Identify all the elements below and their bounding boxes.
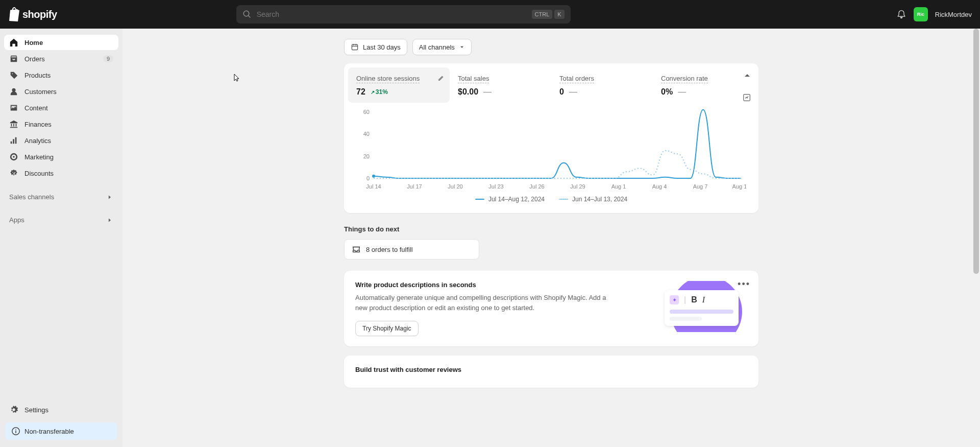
magic-illustration: ✦ | B I — [660, 281, 747, 332]
search-shortcut: CTRL K — [532, 10, 565, 19]
home-icon — [9, 38, 18, 47]
inbox-icon — [352, 245, 361, 254]
global-search[interactable]: CTRL K — [236, 5, 571, 23]
tag-icon — [9, 70, 18, 80]
shopify-magic-card: ••• Write product descriptions in second… — [344, 271, 758, 346]
shopify-bag-icon — [8, 7, 20, 21]
nav-analytics[interactable]: Analytics — [4, 133, 118, 148]
magic-description: Automatically generate unique and compel… — [355, 293, 616, 313]
nav-content[interactable]: Content — [4, 100, 118, 115]
chevron-right-icon — [106, 217, 113, 224]
search-input[interactable] — [257, 10, 527, 18]
task-fulfill-orders[interactable]: 8 orders to fulfill — [344, 239, 479, 260]
nav-products[interactable]: Products — [4, 67, 118, 83]
nav-settings[interactable]: Settings — [4, 402, 118, 417]
svg-text:Jul 26: Jul 26 — [529, 183, 544, 190]
image-icon — [9, 103, 18, 112]
nav-finances[interactable]: Finances — [4, 116, 118, 132]
main-content: Last 30 days All channels Online store s… — [122, 29, 980, 447]
chart-icon — [9, 136, 18, 145]
svg-text:20: 20 — [363, 153, 370, 159]
calendar-icon — [351, 43, 359, 51]
svg-text:60: 60 — [363, 109, 370, 115]
person-icon — [9, 87, 18, 96]
scrollbar[interactable] — [973, 29, 979, 447]
svg-text:0: 0 — [366, 175, 370, 181]
svg-text:40: 40 — [363, 131, 370, 137]
user-avatar[interactable]: Ric — [914, 7, 928, 21]
svg-text:Jul 23: Jul 23 — [488, 183, 503, 190]
search-icon — [242, 10, 252, 19]
non-transferable-badge[interactable]: Non-transferable — [5, 422, 117, 440]
date-range-filter[interactable]: Last 30 days — [344, 39, 407, 55]
svg-text:Aug 4: Aug 4 — [652, 183, 667, 190]
nav-home[interactable]: Home — [4, 35, 118, 50]
nav-customers[interactable]: Customers — [4, 84, 118, 99]
svg-text:Jul 29: Jul 29 — [570, 183, 585, 190]
notifications-icon[interactable] — [896, 9, 906, 19]
svg-rect-1 — [352, 44, 357, 50]
sidebar: Home Orders 9 Products Customers Content… — [0, 29, 122, 447]
nav-marketing[interactable]: Marketing — [4, 149, 118, 164]
bank-icon — [9, 120, 18, 129]
username[interactable]: RickMortdev — [935, 11, 972, 18]
metrics-card: Online store sessions 72 ↗31% Total sale… — [344, 63, 758, 213]
trust-title: Build trust with customer reviews — [355, 366, 747, 373]
scrollbar-thumb[interactable] — [973, 29, 979, 274]
metric-conversion-rate[interactable]: Conversion rate 0% — — [653, 67, 754, 103]
chevron-down-icon — [459, 44, 465, 50]
svg-text:Jul 14: Jul 14 — [366, 183, 381, 190]
metric-total-sales[interactable]: Total sales $0.00 — — [450, 67, 551, 103]
svg-text:Jul 17: Jul 17 — [407, 183, 422, 190]
svg-text:Aug 1: Aug 1 — [611, 183, 626, 190]
svg-text:Aug 10: Aug 10 — [732, 183, 746, 190]
discount-icon — [9, 169, 18, 178]
pencil-icon[interactable] — [436, 75, 445, 83]
chevron-right-icon — [106, 194, 113, 201]
sessions-chart: 0204060Jul 14Jul 17Jul 20Jul 23Jul 26Jul… — [356, 107, 746, 194]
sales-channels-header[interactable]: Sales channels — [4, 189, 118, 205]
channels-filter[interactable]: All channels — [412, 39, 472, 55]
shopify-logo[interactable]: shopify — [8, 7, 57, 21]
nav-discounts[interactable]: Discounts — [4, 166, 118, 181]
gear-icon — [9, 405, 18, 414]
target-icon — [9, 152, 18, 161]
metric-sessions[interactable]: Online store sessions 72 ↗31% — [348, 67, 450, 103]
logo-text: shopify — [22, 9, 57, 20]
app-header: shopify CTRL K Ric RickMortdev — [0, 0, 980, 29]
legend-previous: Jun 14–Jul 13, 2024 — [559, 196, 627, 203]
sparkle-icon: ✦ — [670, 295, 679, 304]
info-icon — [11, 427, 20, 436]
try-shopify-magic-button[interactable]: Try Shopify Magic — [355, 321, 419, 336]
apps-header[interactable]: Apps — [4, 212, 118, 228]
svg-text:Jul 20: Jul 20 — [448, 183, 462, 190]
metric-total-orders[interactable]: Total orders 0 — — [551, 67, 653, 103]
nav-orders[interactable]: Orders 9 — [4, 51, 118, 66]
delta-up: ↗31% — [371, 88, 388, 96]
trust-card: Build trust with customer reviews — [344, 356, 758, 388]
magic-title: Write product descriptions in seconds — [355, 281, 645, 289]
svg-point-17 — [372, 175, 375, 178]
orders-badge: 9 — [103, 55, 113, 62]
svg-text:Aug 7: Aug 7 — [693, 183, 708, 190]
orders-icon — [9, 54, 18, 63]
todo-heading: Things to do next — [344, 225, 758, 233]
legend-current: Jul 14–Aug 12, 2024 — [475, 196, 545, 203]
